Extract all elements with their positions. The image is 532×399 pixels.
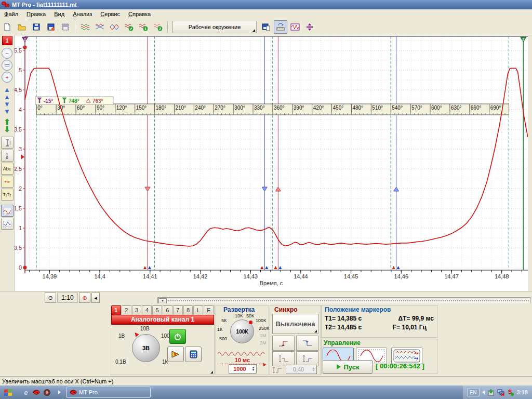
- channel-tab-5[interactable]: 5: [152, 305, 162, 315]
- time-markers-button[interactable]: Т₁Т₂: [1, 189, 14, 201]
- language-indicator[interactable]: EN: [467, 389, 480, 396]
- rate-stepper-icon[interactable]: ▲▼: [250, 366, 256, 371]
- sync-rising-edge-button[interactable]: [272, 336, 295, 351]
- tray-collapse-icon[interactable]: [482, 390, 485, 394]
- compare-waves-button[interactable]: [108, 20, 121, 34]
- cursor-tool-button[interactable]: [1, 137, 14, 149]
- sync-mode-dropdown[interactable]: Выключена: [272, 314, 318, 334]
- channel-calculator-button[interactable]: [185, 347, 202, 362]
- y-axis-top-dot[interactable]: [23, 46, 27, 49]
- y-axis-zero-dot[interactable]: [23, 266, 27, 270]
- menu-item-0[interactable]: Файл: [0, 10, 22, 18]
- blue-marker-1-base-flag-red[interactable]: [392, 266, 395, 269]
- quicklaunch-app-icon[interactable]: [43, 388, 51, 396]
- channel-tab-2[interactable]: 2: [122, 305, 131, 315]
- t2-top-flag-label: 2: [522, 37, 524, 41]
- ruler-degree-label: 510°: [372, 105, 383, 111]
- ground-level-marker[interactable]: [21, 154, 24, 159]
- tooltip-delta-value: 763°: [92, 98, 103, 104]
- logic-levels-button[interactable]: 10: [1, 150, 14, 162]
- channel-tab-E[interactable]: E: [204, 305, 214, 315]
- sync-level-high-button[interactable]: [296, 351, 318, 366]
- x-zoom-out-button[interactable]: ⊖: [45, 292, 56, 303]
- tray-disk-icon[interactable]: [487, 389, 495, 396]
- tray-network-icon[interactable]: [497, 389, 504, 396]
- workspace-dropdown[interactable]: Рабочее окружение: [172, 21, 257, 33]
- blue-marker-0-base-flag-red[interactable]: [260, 266, 263, 269]
- red-marker-1-triangle[interactable]: [275, 187, 281, 191]
- new-file-button[interactable]: [1, 20, 14, 34]
- channel-tab-1[interactable]: 1: [111, 305, 121, 315]
- chart-surface[interactable]: 14,3914,414,4114,4214,4314,4414,4514,461…: [15, 35, 528, 291]
- x-zoom-in-button[interactable]: ⊕: [79, 292, 90, 303]
- quicklaunch-mtpro-icon[interactable]: [32, 388, 41, 396]
- analog-view-button[interactable]: [1, 205, 14, 217]
- start-button-icon[interactable]: [4, 388, 12, 396]
- degree-ruler-toggle-button[interactable]: [274, 20, 287, 34]
- falling-edge-icon: [302, 339, 313, 348]
- blue-marker-1-base-flag-blue[interactable]: [397, 266, 400, 269]
- sync-threshold-button[interactable]: [271, 366, 284, 374]
- fit-scale-button[interactable]: ▭: [2, 60, 12, 71]
- menu-item-3[interactable]: Анализ: [69, 10, 96, 18]
- sync-falling-edge-button[interactable]: [296, 336, 318, 351]
- red-marker-1-base-flag-red[interactable]: [274, 266, 277, 269]
- rate-spinner[interactable]: 1000 ▲▼: [229, 364, 257, 374]
- open-file-button[interactable]: [15, 20, 29, 34]
- red-marker-0-base-flag-red[interactable]: [143, 266, 147, 269]
- tray-s-icon[interactable]: S: [507, 389, 514, 396]
- channel-corner-icon[interactable]: [210, 371, 213, 374]
- voltage-knob[interactable]: 3В: [132, 334, 160, 362]
- move-down-icon[interactable]: ▼: [4, 108, 10, 115]
- move-center-icon[interactable]: ▲▼: [4, 94, 10, 108]
- blue-marker-0-base-flag-blue[interactable]: [265, 266, 268, 269]
- sweep-view-button[interactable]: [288, 20, 302, 34]
- menu-item-2[interactable]: Вид: [50, 10, 69, 18]
- secondary-view-button[interactable]: [1, 218, 14, 230]
- red-marker-1-base-flag-blue[interactable]: [278, 266, 282, 269]
- menu-item-4[interactable]: Сервис: [96, 10, 124, 18]
- channel-probe-button[interactable]: [167, 347, 184, 362]
- level-high-icon: [301, 354, 314, 364]
- channel-tab-L[interactable]: L: [193, 305, 203, 315]
- waves-screen1-button[interactable]: 1: [137, 20, 150, 34]
- channel-tab-7[interactable]: 7: [173, 305, 183, 315]
- channel-tab-3[interactable]: 3: [132, 305, 142, 315]
- red-marker-0-base-flag-blue[interactable]: [148, 266, 151, 269]
- voltage-knob-value: 3В: [142, 345, 150, 351]
- oscilloscope-chart[interactable]: 14,3914,414,4114,4214,4314,4414,4514,461…: [15, 35, 528, 291]
- save-as-button[interactable]: [44, 20, 58, 34]
- blue-marker-0-triangle[interactable]: [262, 187, 267, 191]
- waves-screen2-button[interactable]: 2: [151, 20, 165, 34]
- labels-tool-button[interactable]: Abc: [1, 163, 14, 175]
- sync-title: Синхро: [270, 305, 321, 313]
- save-workspace-button[interactable]: [259, 20, 273, 34]
- channel-tab-6[interactable]: 6: [163, 305, 172, 315]
- save-fragment-button[interactable]: [59, 20, 72, 34]
- quicklaunch-ie-icon[interactable]: e: [22, 388, 30, 396]
- zoom-out-y-button[interactable]: −: [2, 48, 12, 59]
- channel-power-button[interactable]: [169, 329, 186, 344]
- red-marker-0-triangle[interactable]: [145, 187, 150, 191]
- math-channel-button[interactable]: +≈: [1, 176, 14, 188]
- zoom-in-y-button[interactable]: +: [2, 72, 12, 83]
- blue-marker-1-triangle[interactable]: [394, 187, 399, 191]
- waves-2-icon: 2: [153, 23, 163, 31]
- menu-item-1[interactable]: Правка: [22, 10, 50, 18]
- channel-tab-4[interactable]: 4: [142, 305, 152, 315]
- taskbar-task-button[interactable]: MT Pro: [66, 387, 151, 398]
- show-all-waves-button[interactable]: [78, 20, 92, 34]
- quicklaunch-expand-icon[interactable]: [58, 390, 61, 394]
- waves-accept-button[interactable]: [122, 20, 136, 34]
- next-screen-icon[interactable]: ⬇: [4, 126, 10, 133]
- overlay-waves-button[interactable]: [93, 20, 107, 34]
- menu-item-5[interactable]: Справка: [124, 10, 155, 18]
- move-up-icon[interactable]: ▲: [4, 86, 10, 94]
- start-button[interactable]: Пуск: [323, 360, 373, 374]
- left-tool-strip: 1 − ▭ + ▲ ▲▼ ▼ ⬆ ⬇ 10 Abc +≈ Т₁Т₂: [0, 35, 15, 291]
- channel-tab-8[interactable]: 8: [183, 305, 193, 315]
- fit-vertical-button[interactable]: [303, 20, 316, 34]
- save-button[interactable]: [30, 20, 43, 34]
- sync-level-low-button[interactable]: [272, 351, 295, 366]
- scroll-left-button[interactable]: ◂: [91, 292, 100, 303]
